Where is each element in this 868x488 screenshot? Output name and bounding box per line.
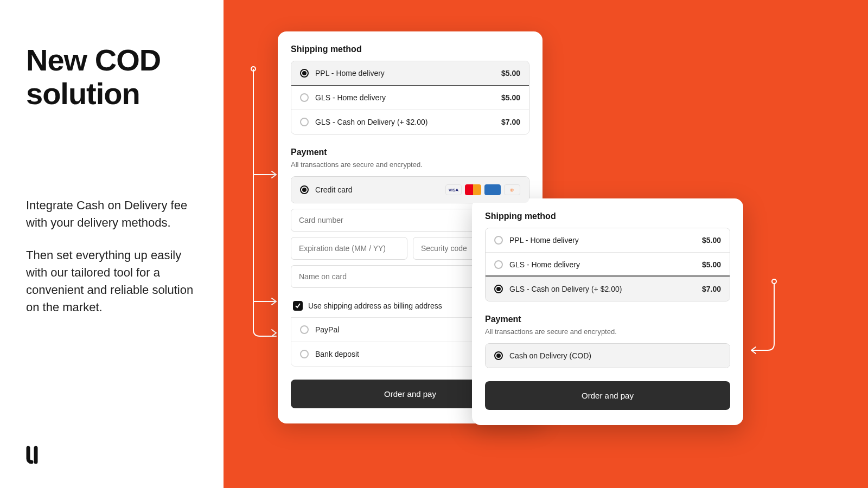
expiry-input[interactable]: [299, 244, 399, 253]
shipping-option-gls[interactable]: GLS - Home delivery $5.00: [486, 252, 730, 277]
shipping-option-ppl[interactable]: PPL - Home delivery $5.00: [486, 228, 730, 252]
shipping-label: GLS - Cash on Delivery (+ $2.00): [315, 118, 427, 126]
marketing-sidebar: New COD solution Integrate Cash on Deliv…: [0, 0, 224, 488]
body-paragraph-1: Integrate Cash on Delivery fee with your…: [26, 197, 197, 232]
shipping-label: PPL - Home delivery: [315, 69, 385, 78]
shipping-heading: Shipping method: [291, 44, 529, 54]
shipping-option-gls[interactable]: GLS - Home delivery $5.00: [291, 85, 529, 110]
radio-icon: [300, 350, 309, 358]
payment-options: Cash on Delivery (COD): [485, 343, 730, 368]
shipping-heading: Shipping method: [485, 211, 730, 221]
shipping-option-gls-cod[interactable]: GLS - Cash on Delivery (+ $2.00) $7.00: [486, 277, 730, 301]
brand-logo-icon: [26, 446, 43, 464]
expiry-field[interactable]: [291, 237, 407, 260]
payment-label: PayPal: [315, 325, 339, 334]
mastercard-icon: MC: [465, 184, 481, 195]
shipping-price: $5.00: [702, 260, 721, 269]
payment-options: Credit card VISA MC D: [291, 176, 529, 203]
shipping-option-gls-cod[interactable]: GLS - Cash on Delivery (+ $2.00) $7.00: [291, 110, 529, 134]
shipping-price: $5.00: [702, 236, 721, 245]
shipping-label: GLS - Home delivery: [509, 260, 580, 269]
shipping-label: GLS - Cash on Delivery (+ $2.00): [509, 285, 622, 293]
shipping-label: PPL - Home delivery: [509, 236, 579, 245]
payment-subtext: All transactions are secure and encrypte…: [485, 328, 730, 336]
payment-subtext: All transactions are secure and encrypte…: [291, 160, 529, 169]
radio-icon: [494, 236, 503, 245]
radio-icon: [494, 260, 503, 269]
visa-icon: VISA: [445, 184, 462, 195]
payment-heading: Payment: [291, 147, 529, 157]
payment-option-credit-card[interactable]: Credit card VISA MC D: [291, 177, 529, 203]
radio-icon: [300, 325, 309, 334]
radio-icon: [300, 118, 309, 126]
payment-label: Credit card: [315, 185, 352, 194]
shipping-price: $7.00: [501, 118, 520, 126]
order-and-pay-button[interactable]: Order and pay: [485, 381, 730, 410]
radio-icon: [300, 69, 309, 78]
discover-icon: D: [504, 184, 520, 195]
payment-label: Bank deposit: [315, 350, 359, 358]
shipping-price: $7.00: [702, 285, 721, 293]
checkbox-label: Use shipping address as billing address: [308, 301, 442, 310]
shipping-label: GLS - Home delivery: [315, 93, 386, 102]
amex-icon: [484, 184, 501, 195]
payment-label: Cash on Delivery (COD): [509, 351, 591, 360]
payment-option-cod[interactable]: Cash on Delivery (COD): [486, 344, 730, 368]
connector-dot-icon: [251, 66, 256, 72]
body-paragraph-2: Then set everything up easily with our t…: [26, 247, 197, 316]
payment-heading: Payment: [485, 314, 730, 324]
checkout-card-cod: Shipping method PPL - Home delivery $5.0…: [472, 198, 743, 425]
radio-icon: [300, 185, 309, 194]
radio-icon: [300, 93, 309, 102]
shipping-price: $5.00: [501, 93, 520, 102]
shipping-option-ppl[interactable]: PPL - Home delivery $5.00: [291, 61, 529, 85]
radio-icon: [494, 351, 503, 360]
checkbox-checked-icon: [293, 301, 303, 311]
radio-icon: [494, 285, 503, 293]
shipping-options: PPL - Home delivery $5.00 GLS - Home del…: [291, 61, 529, 134]
headline: New COD solution: [26, 43, 197, 110]
shipping-price: $5.00: [501, 69, 520, 78]
connector-dot-icon: [771, 279, 777, 284]
shipping-options: PPL - Home delivery $5.00 GLS - Home del…: [485, 228, 730, 301]
card-brand-icons: VISA MC D: [445, 184, 520, 195]
